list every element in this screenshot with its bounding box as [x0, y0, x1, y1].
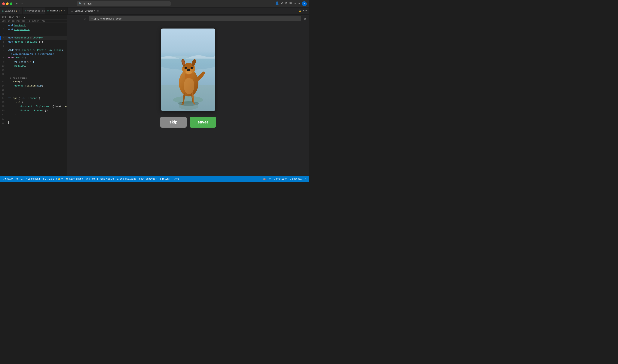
layout-icon[interactable]: ⊞	[285, 1, 287, 6]
line-content-12	[8, 72, 67, 76]
code-line-4: 4 use components::DogView;	[0, 36, 67, 40]
traffic-lights	[2, 2, 13, 5]
line-num-4: 4	[0, 36, 8, 40]
bell-icon: 🔔	[58, 178, 61, 181]
status-coding-time[interactable]: ⏱ 7 hrs 5 mins Coding, 1 sec Building	[84, 176, 138, 182]
maximize-button[interactable]	[10, 2, 13, 5]
tab-main-rs[interactable]: ◎ main.rs M ✕	[45, 8, 67, 15]
avatar[interactable]: P	[302, 1, 307, 6]
status-branch[interactable]: ⎇ main*	[1, 176, 15, 182]
status-liveshare[interactable]: 📡 Live Share	[64, 176, 84, 182]
sync2-icon: ↻	[21, 178, 23, 181]
line-content-4: use components::DogView;	[8, 36, 67, 40]
account-icon[interactable]: 👤	[275, 1, 279, 6]
skip-button[interactable]: skip	[160, 117, 187, 128]
code-hint-7: 6 implementations | 5 references	[0, 52, 67, 56]
line-content-16	[8, 92, 67, 96]
line-content-21: }	[8, 113, 67, 117]
line-content-19: document::Stylesheet { href: asset!("/as…	[8, 104, 67, 109]
svg-point-19	[179, 103, 198, 110]
mode-label: INSERT - word	[162, 178, 180, 180]
browser-lock-icon: 🔒	[298, 9, 301, 13]
launchpad-icon: ⚡	[26, 178, 27, 181]
status-mode[interactable]: ⊙ INSERT - word	[158, 176, 181, 182]
line-content-9: #[route("/")]	[8, 60, 67, 64]
line-num-2: 2	[0, 27, 8, 32]
blame-info: You, 20 seconds ago | 1 author (You)	[0, 20, 67, 23]
browser-tab-actions: 🔒 •••	[298, 9, 307, 13]
titlebar: ← → 🔍 👤 ⚙ ⊞ ⧉ ▭ ▭ P	[0, 0, 309, 8]
breadcrumb-file: main.rs	[9, 16, 18, 18]
tab-label-view: view.rs	[5, 10, 15, 12]
line-content-14: dioxus::launch(app);	[8, 84, 67, 88]
code-editor[interactable]: 1 mod backend; 2 mod components; 3 4	[0, 23, 67, 176]
line-content-23	[8, 121, 67, 125]
line-num-8: 8	[0, 56, 8, 60]
status-launchpad[interactable]: ⚡ Launchpad	[24, 176, 41, 182]
browser-url-input[interactable]	[91, 17, 299, 20]
tab-close-main[interactable]: ✕	[64, 9, 65, 12]
code-line-19: 19 document::Stylesheet { href: asset!("…	[0, 104, 67, 109]
line-content-18: rsx! {	[8, 100, 67, 104]
file-icon-main: ◎	[47, 9, 49, 12]
code-line-23: 23	[0, 121, 67, 125]
dog-image-container	[161, 28, 215, 111]
line-content-1: mod backend;	[8, 24, 67, 27]
browser-content: skip save!	[67, 23, 309, 176]
tab-label-favorites: favorites.rs	[27, 10, 45, 12]
status-ai[interactable]: 🤖	[262, 178, 267, 181]
status-eye[interactable]: 👁	[267, 178, 273, 181]
tab-badge-view: U	[16, 10, 17, 12]
browser-tab-close[interactable]: ✕	[97, 10, 99, 12]
tab-simple-browser[interactable]: ☰ Simple Browser ✕	[69, 8, 100, 15]
line-content-10: DogView,	[8, 64, 67, 68]
browser-forward-button[interactable]: →	[76, 16, 81, 21]
browser-more-icon[interactable]: •••	[303, 9, 307, 13]
breadcrumb-sep1: ›	[7, 16, 8, 18]
status-prettier[interactable]: ✓ Prettier	[273, 178, 289, 181]
eye-icon: 👁	[269, 178, 271, 181]
dependi-icon: ✓	[290, 178, 291, 181]
forward-nav-button[interactable]: →	[20, 2, 24, 6]
save-button[interactable]: save!	[190, 117, 216, 128]
line-num-20: 20	[0, 109, 8, 113]
titlebar-search-bar[interactable]: 🔍	[77, 1, 171, 6]
svg-point-17	[191, 67, 193, 69]
code-line-20: 20 Router::<Route> {}	[0, 109, 67, 113]
sidebar-icon[interactable]: ▭	[298, 1, 300, 6]
warning-count: 2	[49, 178, 51, 180]
tab-label-main: main.rs	[50, 9, 60, 12]
tab-badge-main: M	[61, 10, 63, 12]
status-dependi[interactable]: ✓ Dependi	[289, 178, 303, 181]
code-line-9: 9 #[route("/")]	[0, 60, 67, 64]
status-sync2[interactable]: ↻	[20, 176, 24, 182]
tab-favorites-rs[interactable]: ◎ favorites.rs U ✕	[23, 8, 45, 15]
line-num-23: 23	[0, 121, 8, 125]
sync-icon: ⟳	[16, 178, 18, 181]
search-input[interactable]	[83, 2, 120, 5]
breadcrumb-sep2: ›	[19, 16, 20, 18]
back-nav-button[interactable]: ←	[15, 2, 19, 6]
status-menu[interactable]: ≡	[303, 178, 307, 180]
line-num-12: 12	[0, 72, 8, 76]
browser-nav: ← → ↺ ⧉	[67, 15, 309, 23]
browser-back-button[interactable]: ←	[69, 16, 74, 21]
line-content-15: }	[8, 88, 67, 92]
svg-point-14	[187, 70, 189, 70]
tab-close-view[interactable]: ✕	[18, 10, 20, 13]
minimize-button[interactable]	[6, 2, 9, 5]
status-rust-analyzer[interactable]: rust-analyzer	[138, 176, 158, 182]
browser-external-link-button[interactable]: ⧉	[303, 16, 307, 21]
panel-icon[interactable]: ▭	[294, 1, 296, 6]
browser-refresh-button[interactable]: ↺	[83, 16, 87, 21]
split-icon[interactable]: ⧉	[289, 1, 291, 6]
liveshare-icon: 📡	[66, 178, 68, 181]
status-sync[interactable]: ⟳	[15, 176, 20, 182]
info-count: 144	[53, 178, 57, 180]
close-button[interactable]	[2, 2, 5, 5]
tab-view-rs[interactable]: ◎ view.rs U ✕	[0, 8, 23, 15]
browser-url-bar[interactable]	[89, 16, 301, 21]
file-icon-favorites: ◎	[25, 10, 26, 12]
settings-icon[interactable]: ⚙	[281, 1, 283, 6]
status-errors[interactable]: ⊙ 1 ⚠ 2 ℹ 144 🔔 0	[41, 176, 64, 182]
